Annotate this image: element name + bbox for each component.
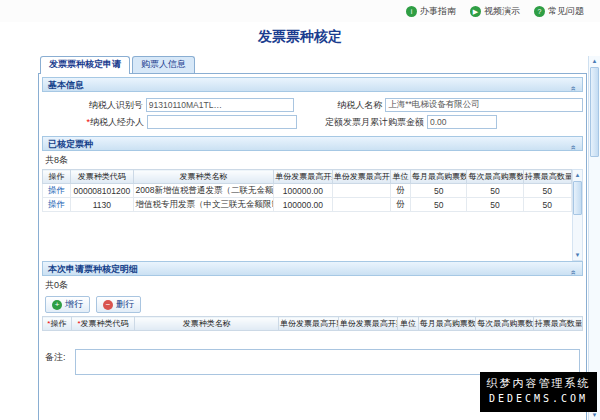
minus-icon: − [103, 300, 113, 310]
operate-link[interactable]: 操作 [48, 199, 65, 209]
question-icon: ? [534, 6, 545, 17]
remark-label: 备注: [45, 349, 75, 364]
request-count: 共0条 [42, 276, 583, 294]
col-holding-max: 持票最高数量 [533, 317, 582, 331]
col-unit: 单位 [390, 170, 410, 184]
empty-table-body [42, 331, 583, 345]
col-code: 发票种类代码 [71, 170, 133, 184]
tin-field[interactable] [146, 98, 294, 112]
main-content: 发票票种核定申请 购票人信息 基本信息 » 纳税人识别号 纳税人名称 *纳税人经… [38, 56, 587, 420]
table-scrollbar[interactable]: ▲ ▼ [572, 169, 583, 261]
request-types-table: *操作 *发票种类代码 发票种类名称 单份发票最高开票限额 单份发票最高开票限额… [42, 316, 583, 331]
basic-info-section-header: 基本信息 » [42, 77, 583, 92]
approved-table-wrap: 操作 发票种类代码 发票种类名称 单份发票最高开票限额 单份发票最高开票限额特批… [42, 169, 583, 261]
basic-info-title: 基本信息 [48, 80, 84, 90]
collapse-icon[interactable]: » [568, 140, 578, 150]
scrollbar-thumb[interactable] [590, 67, 599, 157]
guide-label: 办事指南 [420, 5, 456, 18]
col-op: 操作 [43, 170, 71, 184]
col-name: 发票种类名称 [135, 317, 279, 331]
collapse-icon[interactable]: » [568, 265, 578, 275]
scrollbar-thumb[interactable] [573, 181, 582, 215]
agent-field[interactable] [147, 115, 297, 129]
approved-types-title: 已核定票种 [48, 139, 93, 149]
scroll-up-arrow[interactable]: ▲ [575, 170, 581, 180]
guide-link[interactable]: i 办事指南 [406, 5, 456, 18]
scroll-up-arrow[interactable]: ▲ [592, 56, 598, 66]
col-monthly-max: 每月最高购票数量 [418, 317, 475, 331]
approved-types-table: 操作 发票种类代码 发票种类名称 单份发票最高开票限额 单份发票最高开票限额特批… [42, 169, 572, 212]
form-panel: 基本信息 » 纳税人识别号 纳税人名称 *纳税人经办人 定额发票月累计购票金额 [38, 73, 587, 420]
tab-bar: 发票票种核定申请 购票人信息 [38, 56, 587, 73]
tin-label: 纳税人识别号 [42, 99, 146, 112]
taxpayer-name-label: 纳税人名称 [306, 99, 385, 112]
approved-count: 共8条 [42, 151, 583, 169]
video-demo-label: 视频演示 [484, 5, 520, 18]
quota-amount-field[interactable] [427, 115, 497, 129]
watermark-line1: 织梦内容管理系统 [480, 376, 597, 391]
basic-info-fields: 纳税人识别号 纳税人名称 *纳税人经办人 定额发票月累计购票金额 [42, 92, 583, 136]
delete-row-button[interactable]: − 删行 [96, 296, 141, 313]
page-title: 发票票种核定 [0, 28, 600, 46]
col-limit-special: 单份发票最高开票限额特批 [332, 170, 390, 184]
quota-amount-label: 定额发票月累计购票金额 [309, 116, 427, 129]
col-code: *发票种类代码 [71, 317, 135, 331]
taxpayer-name-field[interactable] [385, 98, 583, 112]
video-icon: ▶ [470, 6, 481, 17]
col-op: *操作 [43, 317, 72, 331]
remark-row: 备注: [42, 345, 583, 375]
dedecms-watermark: 织梦内容管理系统 DEDECMS.COM [480, 372, 597, 412]
table-row: 操作 1130 增值税专用发票（中文三联无金额限制版） 100000.00 份 … [43, 198, 572, 212]
scroll-down-arrow[interactable]: ▼ [575, 250, 581, 260]
col-monthly-max: 每月最高购票数量 [411, 170, 467, 184]
guide-icon: i [406, 6, 417, 17]
approved-types-section-header: 已核定票种 » [42, 136, 583, 151]
request-toolbar: + 增行 − 删行 [42, 294, 583, 316]
top-toolbar: i 办事指南 ▶ 视频演示 ? 常见问题 [0, 0, 600, 22]
table-row: 操作 000008101200 2008新增值税普通发票（二联无金额限制版） 1… [43, 184, 572, 198]
operate-link[interactable]: 操作 [48, 185, 65, 195]
page-scrollbar[interactable]: ▲ ▼ [588, 56, 600, 420]
col-name: 发票种类名称 [133, 170, 274, 184]
agent-label: *纳税人经办人 [42, 116, 147, 129]
col-unit: 单位 [398, 317, 419, 331]
collapse-icon[interactable]: » [568, 81, 578, 91]
col-pertime-max: 每次最高购票数量 [467, 170, 523, 184]
table-header-row: *操作 *发票种类代码 发票种类名称 单份发票最高开票限额 单份发票最高开票限额… [43, 317, 583, 331]
plus-icon: + [52, 300, 62, 310]
col-pertime-max: 每次最高购票数量 [476, 317, 533, 331]
col-limit: 单份发票最高开票限额 [274, 170, 332, 184]
request-detail-section-header: 本次申请票种核定明细 » [42, 261, 583, 276]
tab-buyer-info[interactable]: 购票人信息 [132, 56, 195, 73]
request-detail-title: 本次申请票种核定明细 [48, 264, 138, 274]
col-holding-max: 持票最高数量 [523, 170, 571, 184]
faq-label: 常见问题 [548, 5, 584, 18]
watermark-line2: DEDECMS.COM [480, 393, 597, 404]
col-limit-special: 单份发票最高开票限额特批 [338, 317, 398, 331]
tab-invoice-type-apply[interactable]: 发票票种核定申请 [40, 56, 130, 74]
add-row-button[interactable]: + 增行 [45, 296, 90, 313]
faq-link[interactable]: ? 常见问题 [534, 5, 584, 18]
table-header-row: 操作 发票种类代码 发票种类名称 单份发票最高开票限额 单份发票最高开票限额特批… [43, 170, 572, 184]
col-limit: 单份发票最高开票限额 [279, 317, 339, 331]
video-demo-link[interactable]: ▶ 视频演示 [470, 5, 520, 18]
page: i 办事指南 ▶ 视频演示 ? 常见问题 发票票种核定 发票票种核定申请 购票人… [0, 0, 600, 420]
